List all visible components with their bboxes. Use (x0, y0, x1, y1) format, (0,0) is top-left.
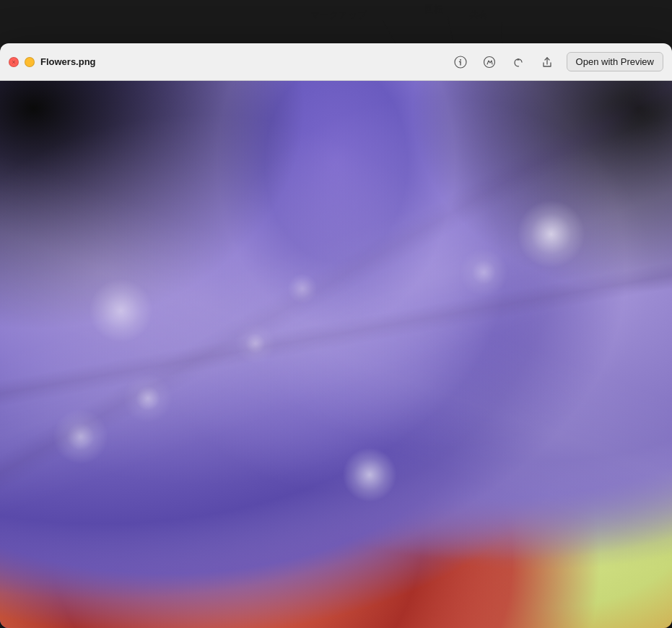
share-button[interactable] (539, 54, 555, 70)
svg-rect-6 (518, 58, 519, 60)
tooltip-rotate: 回転 (424, 3, 443, 16)
image-area (0, 81, 672, 628)
flower-image (0, 81, 672, 628)
file-title: Flowers.png (40, 56, 447, 67)
close-button[interactable] (9, 57, 19, 67)
minimize-button[interactable] (25, 57, 35, 67)
svg-point-4 (460, 59, 461, 61)
titlebar: Flowers.png (0, 43, 672, 81)
info-button[interactable] (453, 54, 468, 70)
traffic-lights (9, 57, 35, 67)
markup-button[interactable] (481, 54, 497, 70)
open-with-preview-button[interactable]: Open with Preview (567, 52, 663, 71)
tooltip-markup: マークアップ (310, 9, 367, 22)
toolbar-icons (453, 54, 555, 70)
rotate-button[interactable] (510, 54, 526, 70)
quick-look-window: Flowers.png (0, 43, 672, 628)
tooltip-share: 共有 (469, 9, 488, 22)
